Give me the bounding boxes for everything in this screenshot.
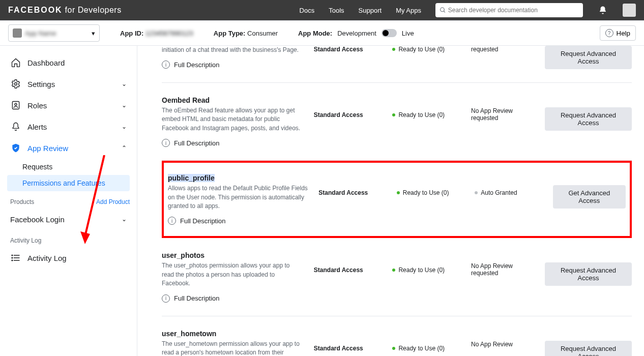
status: Ready to Use (0) <box>392 111 461 118</box>
status-label: Ready to Use (0) <box>403 189 449 196</box>
nav-docs[interactable]: Docs <box>300 7 315 14</box>
brand-main: FACEBOOK <box>8 6 63 14</box>
nav-myapps[interactable]: My Apps <box>396 7 421 14</box>
chevron-up-icon: ⌃ <box>122 144 127 152</box>
request-advanced-access-button[interactable]: Request Advanced Access <box>545 262 632 286</box>
top-nav: Docs Tools Support My Apps <box>300 3 636 17</box>
sidebar-item-settings[interactable]: Settings ⌄ <box>7 73 130 95</box>
access-level: Standard Access <box>318 189 386 196</box>
review-status: requested <box>471 46 535 53</box>
products-label: Products <box>10 198 34 205</box>
permission-row-highlighted: public_profile Allows apps to read the D… <box>162 161 632 238</box>
access-level: Standard Access <box>314 111 383 118</box>
main-content: initiation of a chat thread with the bus… <box>137 46 644 356</box>
chevron-down-icon: ⌄ <box>122 102 127 109</box>
access-level: Standard Access <box>314 266 383 274</box>
gear-icon <box>10 78 21 90</box>
sidebar-label: App Review <box>27 144 68 153</box>
status-dot-icon <box>392 347 395 350</box>
request-advanced-access-button[interactable]: Request Advanced Access <box>545 341 632 356</box>
sidebar-item-dashboard[interactable]: Dashboard <box>7 52 130 73</box>
brand[interactable]: FACEBOOK for Developers <box>8 6 122 15</box>
sidebar-subitem-permissions-features[interactable]: Permissions and Features <box>7 175 130 191</box>
nav-tools[interactable]: Tools <box>329 7 344 14</box>
sidebar-label: Facebook Login <box>10 215 65 224</box>
sidebar-label: Roles <box>27 101 47 110</box>
bell-icon <box>10 121 21 132</box>
status-dot-icon <box>392 113 395 116</box>
svg-point-6 <box>15 103 17 105</box>
request-advanced-access-button[interactable]: Request Advanced Access <box>545 107 632 131</box>
request-advanced-access-button[interactable]: Request Advanced Access <box>545 46 632 69</box>
user-avatar[interactable] <box>623 4 636 17</box>
app-id-label: App ID: <box>120 29 143 37</box>
full-description-link[interactable]: i Full Description <box>168 217 308 225</box>
chevron-down-icon: ⌄ <box>122 123 127 130</box>
review-status: Auto Granted <box>475 189 542 196</box>
full-description-label: Full Description <box>174 294 220 302</box>
app-icon <box>13 28 22 38</box>
svg-point-11 <box>12 257 13 258</box>
full-description-link[interactable]: i Full Description <box>162 61 304 69</box>
app-mode-value: Development <box>337 29 376 37</box>
permission-title: public_profile <box>168 174 215 182</box>
status: Ready to Use (0) <box>392 46 461 53</box>
sidebar-label: Dashboard <box>27 58 65 67</box>
status-dot-icon <box>475 191 478 194</box>
sidebar-item-roles[interactable]: Roles ⌄ <box>7 95 130 116</box>
chevron-down-icon: ⌄ <box>122 80 127 87</box>
activity-log-label: Activity Log <box>10 237 41 244</box>
sidebar-item-app-review[interactable]: App Review ⌃ <box>7 137 130 159</box>
sidebar-item-alerts[interactable]: Alerts ⌄ <box>7 116 130 137</box>
notifications-icon[interactable] <box>597 5 608 16</box>
sidebar-label: Alerts <box>27 123 47 131</box>
help-icon: ? <box>605 29 613 37</box>
info-icon: i <box>162 294 170 303</box>
info-icon: i <box>168 217 176 225</box>
full-description-label: Full Description <box>174 61 220 69</box>
app-type: App Type: Consumer <box>214 29 278 37</box>
add-product-link[interactable]: Add Product <box>96 198 130 205</box>
svg-point-4 <box>15 83 17 85</box>
brand-sub: for Developers <box>63 6 122 14</box>
sidebar-item-activity-log[interactable]: Activity Log <box>7 247 130 269</box>
full-description-label: Full Description <box>174 139 220 147</box>
info-icon: i <box>162 61 170 69</box>
search-input[interactable] <box>448 7 579 14</box>
svg-line-1 <box>444 11 445 13</box>
nav-support[interactable]: Support <box>359 7 382 14</box>
status-label: Ready to Use (0) <box>398 46 445 53</box>
svg-point-12 <box>12 260 13 261</box>
permission-title: user_photos <box>162 251 304 259</box>
sidebar-label: Requests <box>22 163 52 171</box>
sidebar-label: Activity Log <box>27 254 67 262</box>
permission-desc: The user_hometown permission allows your… <box>162 340 304 356</box>
app-selector[interactable]: App Name ▾ <box>8 24 100 42</box>
chevron-down-icon: ▾ <box>92 29 95 37</box>
search-box[interactable] <box>435 3 583 17</box>
full-description-link[interactable]: i Full Description <box>162 139 304 147</box>
full-description-link[interactable]: i Full Description <box>162 294 304 303</box>
status-label: Ready to Use (0) <box>398 111 445 118</box>
app-mode-label: App Mode: <box>298 29 332 37</box>
review-label: Auto Granted <box>481 189 517 196</box>
permission-desc: initiation of a chat thread with the bus… <box>162 46 304 54</box>
sidebar-subitem-requests[interactable]: Requests <box>7 159 130 175</box>
sidebar-label: Permissions and Features <box>22 179 105 187</box>
get-advanced-access-button[interactable]: Get Advanced Access <box>553 185 626 209</box>
review-status: No App Review requested <box>471 107 535 122</box>
permission-row: user_photos The user_photos permission a… <box>162 238 632 316</box>
svg-point-10 <box>12 255 13 256</box>
app-id-value: 1234567890123 <box>145 29 193 37</box>
help-button[interactable]: ? Help <box>600 25 636 41</box>
home-icon <box>10 57 21 68</box>
sidebar-item-facebook-login[interactable]: Facebook Login ⌄ <box>7 209 130 230</box>
mode-toggle[interactable] <box>382 29 397 37</box>
permission-row: user_hometown The user_hometown permissi… <box>162 316 632 356</box>
access-level: Standard Access <box>314 46 383 53</box>
live-label: Live <box>402 29 414 37</box>
permission-title: user_hometown <box>162 330 304 338</box>
sidebar: Dashboard Settings ⌄ Roles ⌄ Alerts ⌄ Ap… <box>0 46 137 356</box>
review-status: No App Review <box>471 341 535 348</box>
list-icon <box>10 252 21 263</box>
